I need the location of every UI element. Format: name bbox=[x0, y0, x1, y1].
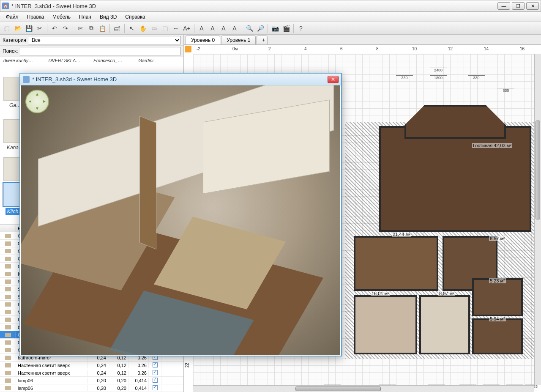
zoom-out-icon[interactable]: 🔎 bbox=[255, 23, 265, 33]
furniture-icon bbox=[5, 302, 11, 307]
menu-план[interactable]: План bbox=[76, 13, 95, 21]
catalog-column[interactable]: DVERI SKLA… bbox=[47, 58, 92, 63]
dimension-label: 1800 bbox=[430, 75, 447, 80]
menu-правка[interactable]: Правка bbox=[24, 13, 48, 21]
catalog-column[interactable]: Francesco_… bbox=[92, 58, 137, 63]
visible-checkbox[interactable] bbox=[153, 378, 158, 383]
video-icon[interactable]: 🎬 bbox=[281, 23, 291, 33]
text-larger-icon[interactable]: A bbox=[219, 23, 229, 33]
furniture-icon bbox=[5, 325, 11, 329]
furniture-icon bbox=[5, 348, 11, 352]
table-row[interactable]: Настенная светит вверх0,240,120,26 bbox=[0, 362, 183, 369]
app-icon bbox=[23, 76, 30, 83]
furniture-icon bbox=[5, 295, 11, 299]
ruler-tick: 0м bbox=[232, 47, 238, 51]
room-label: 16,01 м² bbox=[371, 291, 390, 296]
level-tabs: Уровень 0Уровень 1+ bbox=[184, 35, 541, 45]
view3d-title: * INTER_3.sh3d - Sweet Home 3D bbox=[32, 76, 328, 82]
search-label: Поиск: bbox=[3, 48, 18, 54]
visible-checkbox[interactable] bbox=[153, 370, 158, 375]
table-row[interactable]: lamp060,200,200,414 bbox=[0, 377, 183, 384]
catalog-column-headers: dvere kuchy…DVERI SKLA…Francesco_…Gardin… bbox=[0, 57, 183, 64]
level-tab[interactable]: Уровень 0 bbox=[186, 36, 220, 44]
category-label: Категория bbox=[3, 37, 26, 43]
cut-icon[interactable]: ✄ bbox=[75, 23, 85, 33]
furniture-icon bbox=[5, 264, 11, 269]
furniture-icon bbox=[5, 287, 11, 291]
cell-name: lamp06 bbox=[16, 385, 88, 391]
paste-icon[interactable]: 📋 bbox=[97, 23, 107, 33]
lock-icon[interactable] bbox=[185, 46, 191, 52]
view3d-window[interactable]: * INTER_3.sh3d - Sweet Home 3D ✕ bbox=[19, 73, 342, 356]
preferences-icon[interactable]: ✂ bbox=[35, 23, 45, 33]
catalog-column[interactable]: dvere kuchy… bbox=[2, 58, 47, 63]
room-label: 5,23 м² bbox=[489, 278, 506, 283]
toolbar: ▢📂💾✂↶↷✄⧉📋🛋↖✋▭◫↔A+AAAA🔍🔎📷🎬? bbox=[0, 22, 541, 35]
zoom-in-icon[interactable]: 🔍 bbox=[244, 23, 254, 33]
furniture-icon bbox=[5, 333, 11, 337]
new-file-icon[interactable]: ▢ bbox=[2, 23, 12, 33]
furniture-icon bbox=[5, 280, 11, 284]
room-label: 5,94 м² bbox=[489, 316, 506, 321]
ruler-tick: 10 bbox=[412, 47, 417, 51]
minimize-button[interactable]: — bbox=[497, 2, 510, 10]
add-level-button[interactable]: + bbox=[257, 36, 268, 44]
furniture-icon bbox=[5, 249, 11, 253]
level-tab[interactable]: Уровень 1 bbox=[221, 36, 256, 44]
ruler-tick: 14 bbox=[484, 47, 489, 51]
scrollbar-thumb[interactable] bbox=[295, 387, 381, 391]
room-label: 8,57 м² bbox=[489, 236, 506, 241]
redo-icon[interactable]: ↷ bbox=[60, 23, 71, 33]
view3d-viewport[interactable] bbox=[21, 85, 340, 355]
furniture-icon bbox=[5, 371, 11, 375]
add-furniture-icon[interactable]: 🛋 bbox=[112, 23, 122, 33]
ruler-tick: 16 bbox=[520, 47, 525, 51]
table-row[interactable]: lamp060,200,200,414 bbox=[0, 384, 183, 392]
pan-icon[interactable]: ✋ bbox=[138, 23, 148, 33]
menu-вид 3d[interactable]: Вид 3D bbox=[96, 13, 120, 21]
table-row[interactable]: Настенная светит вверх0,240,120,26 bbox=[0, 369, 183, 377]
ruler-tick: 6 bbox=[340, 47, 343, 51]
text-smaller-icon[interactable]: A bbox=[230, 23, 240, 33]
create-rooms-icon[interactable]: ◫ bbox=[160, 23, 170, 33]
furniture-icon bbox=[5, 378, 11, 383]
save-icon[interactable]: 💾 bbox=[24, 23, 34, 33]
menu-справка[interactable]: Справка bbox=[122, 13, 148, 21]
search-input[interactable] bbox=[20, 47, 181, 55]
maximize-button[interactable]: ❐ bbox=[512, 2, 525, 10]
room-label: 8,97 м² bbox=[438, 291, 455, 296]
select-icon[interactable]: ↖ bbox=[127, 23, 137, 33]
help-icon[interactable]: ? bbox=[296, 23, 306, 33]
text-bold-icon[interactable]: A bbox=[197, 23, 207, 33]
undo-icon[interactable]: ↶ bbox=[49, 23, 60, 33]
view3d-titlebar[interactable]: * INTER_3.sh3d - Sweet Home 3D ✕ bbox=[20, 74, 341, 85]
scrollbar-vertical[interactable] bbox=[534, 54, 541, 385]
room-label: Гостиная 42,03 м² bbox=[472, 143, 512, 148]
menu-мебель[interactable]: Мебель bbox=[49, 13, 74, 21]
furniture-icon bbox=[5, 272, 11, 276]
copy-icon[interactable]: ⧉ bbox=[86, 23, 96, 33]
create-text-icon[interactable]: A+ bbox=[182, 23, 192, 33]
floorplan[interactable] bbox=[328, 79, 541, 367]
category-select[interactable]: Все bbox=[28, 36, 181, 44]
scrollbar-horizontal[interactable] bbox=[193, 385, 534, 392]
create-dimensions-icon[interactable]: ↔ bbox=[171, 23, 181, 33]
window-title: * INTER_3.sh3d - Sweet Home 3D bbox=[11, 3, 497, 9]
dimension-label: 330 bbox=[396, 75, 413, 80]
create-walls-icon[interactable]: ▭ bbox=[149, 23, 159, 33]
open-file-icon[interactable]: 📂 bbox=[13, 23, 23, 33]
menu-файл[interactable]: Файл bbox=[3, 13, 22, 21]
dimension-label: 855 bbox=[497, 88, 514, 93]
catalog-column[interactable]: Gardini bbox=[137, 58, 182, 63]
visible-checkbox[interactable] bbox=[153, 362, 158, 367]
ruler-tick: 12 bbox=[448, 47, 453, 51]
photo-icon[interactable]: 📷 bbox=[270, 23, 280, 33]
visible-checkbox[interactable] bbox=[153, 385, 158, 390]
furniture-icon bbox=[5, 340, 11, 345]
close-button[interactable]: ✕ bbox=[526, 2, 539, 10]
view3d-close-button[interactable]: ✕ bbox=[328, 76, 339, 83]
ruler-tick: -2 bbox=[197, 47, 200, 51]
navigation-compass-icon[interactable] bbox=[25, 90, 49, 113]
scrollbar-thumb[interactable] bbox=[536, 121, 540, 220]
text-italic-icon[interactable]: A bbox=[208, 23, 218, 33]
